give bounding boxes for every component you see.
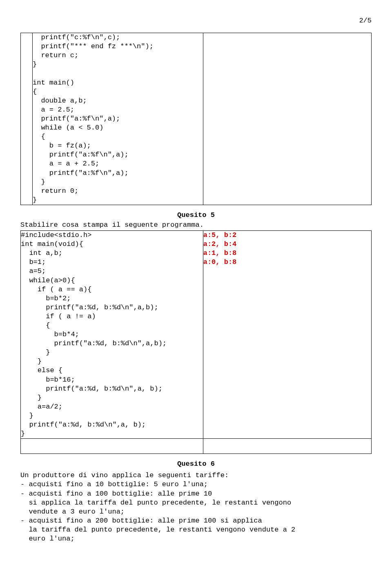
quesito-5-answer: a:5, b:2 a:2, b:4 a:1, b:8 a:0, b:8 [203,231,371,439]
answer-cell-1 [203,33,371,205]
quesito-5-intro: Stabilire cosa stampa il seguente progra… [20,221,372,230]
quesito-5-table: #include<stdio.h> int main(void){ int a,… [20,230,372,454]
empty-cell-right [203,439,371,454]
quesito-5-code: #include<stdio.h> int main(void){ int a,… [21,231,203,439]
code-block-1: printf("c:%f\n",c); printf("*** end fz *… [33,33,203,205]
margin-cell [21,33,33,205]
quesito-6-body: Un produttore di vino applica le seguent… [20,471,372,543]
quesito-5-title: Quesito 5 [20,211,372,220]
quesito-6-title: Quesito 6 [20,460,372,469]
empty-cell-left [21,439,203,454]
page-number: 2/5 [20,16,372,25]
code-block-1-table: printf("c:%f\n",c); printf("*** end fz *… [20,33,372,205]
